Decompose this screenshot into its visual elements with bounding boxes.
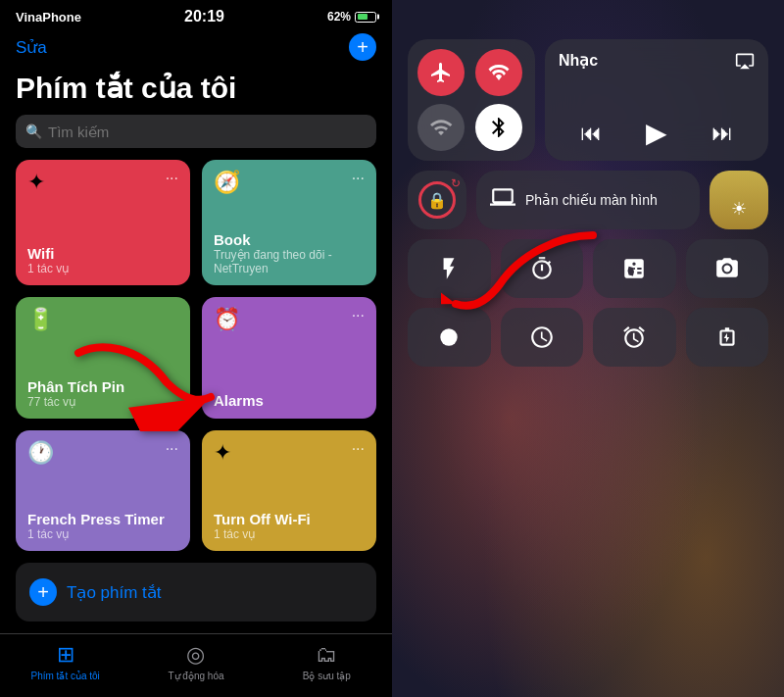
cc-utils-row-1: [408, 239, 768, 298]
battery-icon: [355, 12, 376, 23]
wifi-title: Wifi: [27, 245, 178, 262]
turnoff-more[interactable]: ···: [352, 440, 365, 458]
edit-button[interactable]: Sửa: [16, 37, 47, 58]
cc-timer-btn[interactable]: [501, 239, 584, 298]
phan-subtitle: 77 tác vụ: [27, 395, 178, 409]
cc-music[interactable]: Nhạc ⏮ ▶ ⏭: [545, 39, 768, 161]
mirror-label: Phản chiếu màn hình: [525, 192, 658, 208]
cc-wifi-btn[interactable]: [417, 104, 465, 151]
carrier-text: VinaPhone: [16, 10, 81, 25]
add-shortcut-label: Tạo phím tắt: [67, 582, 162, 603]
shortcut-card-wifi[interactable]: ✦ ··· Wifi 1 tác vụ: [16, 160, 190, 285]
shortcuts-grid: ✦ ··· Wifi 1 tác vụ 🧭 ··· Book Truyện đa…: [0, 160, 392, 551]
phan-icon: 🔋: [27, 307, 54, 332]
alarms-icon: ⏰: [214, 307, 240, 332]
cc-camera-btn[interactable]: [686, 239, 769, 298]
cc-cell-btn[interactable]: [475, 49, 522, 96]
french-subtitle: 1 tác vụ: [27, 527, 178, 541]
book-subtitle: Truyện đang theo dõi - NetTruyen: [214, 248, 365, 275]
next-btn[interactable]: ⏭: [711, 121, 733, 146]
french-icon: 🕐: [27, 440, 54, 466]
shortcut-card-phan[interactable]: 🔋 Phân Tích Pin 77 tác vụ: [16, 297, 190, 418]
book-more[interactable]: ···: [352, 170, 365, 187]
play-btn[interactable]: ▶: [646, 117, 667, 149]
cc-airplane-btn[interactable]: [417, 49, 465, 96]
phan-title: Phân Tích Pin: [27, 378, 178, 395]
alarms-title: Alarms: [214, 392, 365, 409]
cc-record-btn[interactable]: [408, 308, 491, 367]
page-title: Phím tắt của tôi: [0, 67, 392, 115]
turnoff-title: Turn Off Wi-Fi: [214, 511, 365, 527]
wifi-more[interactable]: ···: [166, 170, 178, 187]
header: Sửa +: [0, 29, 392, 67]
tab-shortcuts-icon: ⊞: [57, 642, 74, 668]
cc-second-row: 🔒 ↻ Phản chiếu màn hình ☀: [408, 171, 768, 229]
cc-battery-btn[interactable]: [686, 308, 769, 367]
cc-top-row: Nhạc ⏮ ▶ ⏭: [408, 39, 768, 161]
mirror-icon: [490, 184, 515, 216]
tab-automation-icon: ◎: [186, 642, 205, 668]
tab-gallery-icon: 🗂: [316, 642, 337, 668]
svg-point-1: [441, 328, 458, 345]
book-title: Book: [214, 231, 365, 248]
prev-btn[interactable]: ⏮: [580, 121, 602, 146]
battery-percent: 62%: [327, 10, 351, 24]
cc-clock-btn[interactable]: [501, 308, 584, 367]
cc-lock-rotation[interactable]: 🔒 ↻: [408, 171, 466, 229]
search-icon: 🔍: [25, 124, 42, 139]
cc-bluetooth-btn[interactable]: [475, 104, 522, 151]
french-title: French Press Timer: [27, 511, 178, 527]
cc-flashlight-btn[interactable]: [408, 239, 491, 298]
french-more[interactable]: ···: [166, 440, 178, 458]
plus-icon: +: [29, 578, 57, 606]
tab-gallery-label: Bộ sưu tập: [303, 671, 351, 681]
tab-gallery[interactable]: 🗂 Bộ sưu tập: [262, 642, 392, 681]
tab-bar: ⊞ Phím tắt của tôi ◎ Tự động hóa 🗂 Bộ sư…: [0, 633, 392, 697]
add-shortcut[interactable]: + Tạo phím tắt: [16, 563, 376, 622]
cc-calculator-btn[interactable]: [593, 239, 676, 298]
tab-shortcuts-label: Phím tắt của tôi: [30, 671, 99, 681]
add-button[interactable]: +: [349, 33, 376, 61]
right-panel: Nhạc ⏮ ▶ ⏭ 🔒: [392, 0, 784, 697]
cc-screen-mirror[interactable]: Phản chiếu màn hình: [476, 171, 700, 229]
time-text: 20:19: [184, 8, 224, 25]
tab-shortcuts[interactable]: ⊞ Phím tắt của tôi: [0, 642, 130, 681]
shortcut-card-alarms[interactable]: ⏰ ··· Alarms: [202, 297, 376, 418]
tab-automation-label: Tự động hóa: [168, 671, 223, 681]
battery-fill: [358, 14, 368, 20]
search-bar[interactable]: 🔍: [16, 115, 376, 148]
cc-alarm-btn[interactable]: [593, 308, 676, 367]
status-indicators: 62%: [327, 10, 376, 24]
book-icon: 🧭: [214, 170, 240, 195]
left-panel: VinaPhone 20:19 62% Sửa + Phím tắt của t…: [0, 0, 392, 697]
cc-connectivity: [408, 39, 535, 161]
wifi-icon: ✦: [27, 170, 45, 195]
alarms-more[interactable]: ···: [352, 307, 365, 324]
control-center: Nhạc ⏮ ▶ ⏭ 🔒: [392, 0, 784, 697]
status-bar: VinaPhone 20:19 62%: [0, 0, 392, 29]
airplay-icon[interactable]: [735, 51, 755, 75]
shortcut-card-turnoff[interactable]: ✦ ··· Turn Off Wi-Fi 1 tác vụ: [202, 430, 376, 551]
shortcut-card-book[interactable]: 🧭 ··· Book Truyện đang theo dõi - NetTru…: [202, 160, 376, 285]
cc-brightness[interactable]: ☀: [710, 171, 768, 229]
shortcut-card-french[interactable]: 🕐 ··· French Press Timer 1 tác vụ: [16, 430, 190, 551]
cc-music-title: Nhạc: [559, 51, 598, 70]
wifi-subtitle: 1 tác vụ: [27, 262, 178, 275]
search-input[interactable]: [48, 124, 367, 140]
cc-utils-row-2: [408, 308, 768, 367]
turnoff-subtitle: 1 tác vụ: [214, 527, 365, 541]
tab-automation[interactable]: ◎ Tự động hóa: [130, 642, 261, 681]
turnoff-icon: ✦: [214, 440, 231, 466]
